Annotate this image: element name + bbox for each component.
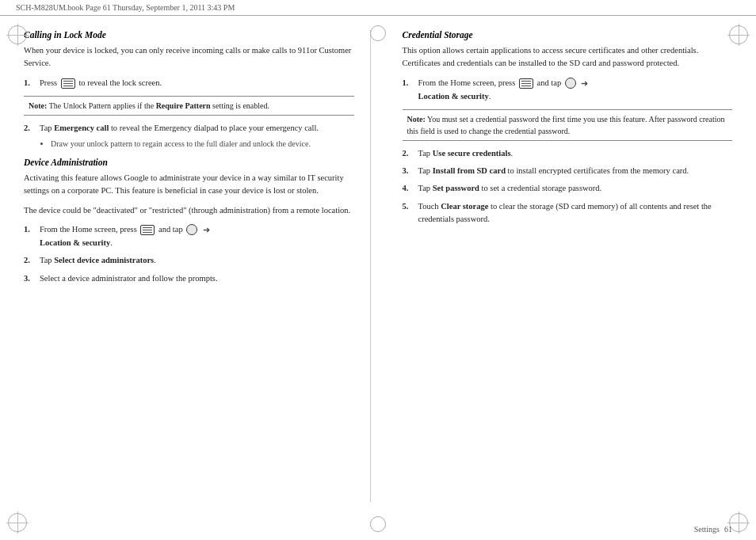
step-2-content: Tap Emergency call to reveal the Emergen… [40, 122, 354, 151]
note-bold-lock: Require Pattern [156, 101, 211, 110]
step-1-content: Press to reveal the lock screen. [40, 77, 354, 89]
arrow-right: ➜ [581, 77, 588, 90]
credential-storage-title: Credential Storage [403, 30, 733, 40]
device-admin-step1-content: From the Home screen, press and tap ➜ Lo… [40, 223, 354, 249]
step-2-num: 2. [24, 122, 35, 151]
right-column: Credential Storage This option allows ce… [395, 30, 733, 502]
credential-step2-num: 2. [403, 147, 414, 160]
top-center-decoration [370, 25, 386, 41]
calling-lock-mode-title: Calling in Lock Mode [24, 30, 354, 40]
device-admin-step2: 2. Tap Select device administrators. [24, 254, 354, 267]
settings-gear-icon-right [565, 78, 576, 89]
credential-step3: 3. Tap Install from SD card to install e… [403, 165, 733, 177]
credential-step1: 1. From the Home screen, press and tap ➜… [403, 77, 733, 103]
credential-storage-section: Credential Storage This option allows ce… [403, 30, 733, 226]
device-admin-step3: 3. Select a device administrator and fol… [24, 272, 354, 285]
credential-step4: 4. Tap Set password to set a credential … [403, 182, 733, 195]
header-text: SCH-M828UM.book Page 61 Thursday, Septem… [16, 3, 235, 12]
credential-step2-text-after: . [510, 149, 513, 158]
credential-step3-text-before: Tap [418, 166, 433, 175]
credential-step1-bold: Location & security [418, 92, 489, 101]
credential-storage-steps1: 1. From the Home screen, press and tap ➜… [403, 77, 733, 103]
device-admin-step1-text-before: From the Home screen, press [40, 225, 137, 234]
bullet-item-lock: Draw your unlock pattern to regain acces… [51, 138, 354, 150]
calling-lock-mode-para1: When your device is locked, you can only… [24, 44, 354, 70]
credential-step2-content: Tap Use secure credentials. [418, 147, 733, 160]
credential-storage-steps2: 2. Tap Use secure credentials. 3. Tap In… [403, 147, 733, 226]
corner-decoration-bl [6, 511, 29, 534]
credential-step1-suffix: . [489, 92, 491, 101]
note-text-credential: You must set a credential password the f… [407, 115, 725, 135]
bullet-list-lock: Draw your unlock pattern to regain acces… [51, 138, 354, 150]
note-label-lock: Note: [29, 101, 47, 110]
credential-step1-num: 1. [403, 77, 414, 103]
credential-step1-text-after: and tap [537, 78, 562, 87]
device-admin-step1-num: 1. [24, 223, 35, 249]
credential-step2-text-before: Tap [418, 149, 433, 158]
credential-step3-num: 3. [403, 165, 414, 177]
home-menu-icon-left [140, 225, 155, 235]
device-administration-section: Device Administration Activating this fe… [24, 158, 354, 285]
credential-step3-bold: Install from SD card [433, 166, 506, 175]
credential-step1-text-before: From the Home screen, press [418, 78, 516, 87]
note-text-lock: The Unlock Pattern applies if the [49, 101, 156, 110]
step-1-lock: 1. Press to reveal the lock screen. [24, 77, 354, 89]
footer-page: 61 [724, 525, 732, 534]
device-admin-step2-content: Tap Select device administrators. [40, 254, 354, 267]
corner-decoration-tr [727, 24, 750, 46]
credential-step2: 2. Tap Use secure credentials. [403, 147, 733, 160]
device-admin-para1: Activating this feature allows Google to… [24, 172, 354, 198]
device-admin-step1-and-tap: and tap [158, 225, 183, 234]
arrow-left: ➜ [203, 223, 210, 237]
credential-step4-content: Tap Set password to set a credential sto… [418, 182, 733, 195]
bottom-center-decoration [370, 516, 386, 532]
credential-step4-bold: Set password [433, 184, 479, 192]
note-label-credential: Note: [407, 115, 426, 124]
calling-lock-mode-steps2: 2. Tap Emergency call to reveal the Emer… [24, 122, 354, 151]
device-administration-title: Device Administration [24, 158, 354, 167]
step-1-num: 1. [24, 77, 35, 89]
credential-storage-para1: This option allows certain applications … [403, 44, 733, 70]
device-admin-step2-bold: Select device administrators [54, 256, 154, 264]
left-column: Calling in Lock Mode When your device is… [24, 30, 371, 502]
credential-step2-bold: Use secure credentials [433, 149, 511, 158]
device-admin-steps: 1. From the Home screen, press and tap ➜… [24, 223, 354, 285]
footer-label: Settings [694, 525, 720, 534]
note-text2-lock: setting is enabled. [212, 101, 269, 110]
corner-decoration-tl [6, 24, 29, 46]
device-admin-step2-text-before: Tap [40, 256, 54, 264]
settings-gear-icon-left [186, 224, 197, 235]
credential-step5-text-before: Touch [418, 202, 441, 211]
step-2-text-after: to reveal the Emergency dialpad to place… [109, 124, 319, 132]
step-2-bold: Emergency call [54, 124, 109, 132]
device-admin-step3-num: 3. [24, 272, 35, 285]
step-1-text-after: to reveal the lock screen. [78, 78, 162, 87]
note-box-credential: Note: You must set a credential password… [403, 109, 733, 141]
credential-step3-content: Tap Install from SD card to install encr… [418, 165, 733, 177]
device-admin-step3-content: Select a device administrator and follow… [40, 272, 354, 285]
device-admin-step1: 1. From the Home screen, press and tap ➜… [24, 223, 354, 249]
device-admin-step2-num: 2. [24, 254, 35, 267]
credential-step1-content: From the Home screen, press and tap ➜ Lo… [418, 77, 733, 103]
main-content: Calling in Lock Mode When your device is… [0, 16, 756, 510]
credential-step4-text-after: to set a credential storage password. [479, 184, 601, 192]
credential-step5: 5. Touch Clear storage to clear the stor… [403, 200, 733, 226]
credential-step3-text-after: to install encrypted certificates from t… [506, 166, 689, 175]
calling-lock-mode-section: Calling in Lock Mode When your device is… [24, 30, 354, 151]
step-1-text-before: Press [40, 78, 57, 87]
step-2-lock: 2. Tap Emergency call to reveal the Emer… [24, 122, 354, 151]
step-2-text-before: Tap [40, 124, 54, 132]
calling-lock-mode-steps: 1. Press to reveal the lock screen. [24, 77, 354, 89]
note-box-lock: Note: The Unlock Pattern applies if the … [24, 96, 354, 116]
credential-step4-text-before: Tap [418, 184, 433, 192]
home-menu-icon-right [519, 78, 533, 89]
credential-step5-content: Touch Clear storage to clear the storage… [418, 200, 733, 226]
device-admin-step1-bold: Location & security [40, 238, 110, 247]
device-admin-step2-text-after: . [154, 256, 156, 264]
credential-step5-num: 5. [403, 200, 414, 226]
footer: Settings 61 [694, 525, 732, 534]
credential-step4-num: 4. [403, 182, 414, 195]
header-bar: SCH-M828UM.book Page 61 Thursday, Septem… [0, 0, 756, 16]
device-admin-para2: The device could be "deactivated" or "re… [24, 204, 354, 217]
lock-button-icon [61, 78, 75, 89]
